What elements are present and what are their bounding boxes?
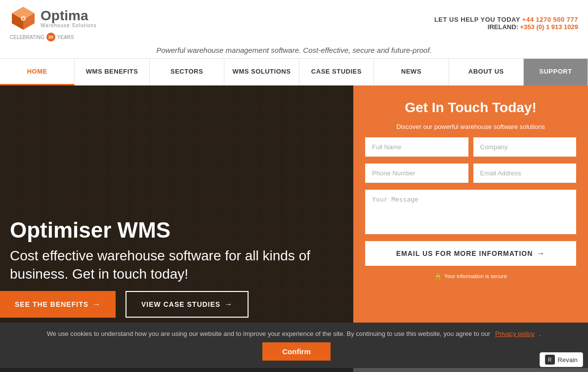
logo-cube-icon: O <box>10 5 37 32</box>
hero-buttons: SEE THE BENEFITS → VIEW CASE STUDIES → <box>0 291 249 318</box>
cookie-suffix: . <box>540 330 542 337</box>
revain-icon: R <box>545 355 555 365</box>
celebrating-text: CELEBRATING 20 YEARS <box>10 33 74 41</box>
logo-name: Optima <box>41 9 97 23</box>
company-input[interactable] <box>473 137 577 157</box>
arrow-icon: → <box>92 300 101 309</box>
email-input[interactable] <box>473 164 577 183</box>
nav-about-us[interactable]: ABOUT US <box>449 59 524 85</box>
phone-uk[interactable]: +44 1270 500 777 <box>522 16 578 23</box>
confirm-button[interactable]: Confirm <box>262 342 331 361</box>
revain-label: Revain <box>558 356 578 364</box>
phone-ireland[interactable]: +353 (0) 1 913 1029 <box>520 23 578 31</box>
see-benefits-button[interactable]: SEE THE BENEFITS → <box>0 291 116 318</box>
logo-text: Optima Warehouse Solutions <box>41 9 97 28</box>
logo-area: O Optima Warehouse Solutions CELEBRATING… <box>10 5 97 41</box>
hero-subtitle: Cost effective warehouse software for al… <box>10 247 343 283</box>
nav-sectors[interactable]: SECTORS <box>150 59 224 85</box>
years-badge: 20 <box>46 33 55 41</box>
hero-overlay <box>0 85 353 323</box>
arrow-icon: → <box>224 300 233 309</box>
view-case-studies-button[interactable]: VIEW CASE STUDIES → <box>126 291 249 318</box>
form-row-1 <box>365 137 576 157</box>
contact-form: Get In Touch Today! Discover our powerfu… <box>353 85 588 323</box>
nav-wms-benefits[interactable]: WMS BENEFITS <box>75 59 149 85</box>
nav-news[interactable]: NEWS <box>374 59 449 85</box>
bottom-left: WAREHOUSE MANAGEMENT SYS <box>0 368 353 372</box>
email-submit-button[interactable]: EMAIL US FOR MORE INFORMATION → <box>365 241 576 266</box>
form-subtitle: Discover our powerful warehouse software… <box>365 123 576 130</box>
tagline: Powerful warehouse management software. … <box>0 44 588 58</box>
cookie-banner: We use cookies to understand how you are… <box>0 323 588 368</box>
secure-note: 🔒 Your information is secure <box>365 273 576 280</box>
hero-title: Optimiser WMS <box>10 218 343 242</box>
contact-line2: IRELAND: +353 (0) 1 913 1029 <box>434 23 578 31</box>
contact-line1: LET US HELP YOU TODAY +44 1270 500 777 <box>434 16 578 23</box>
bottom-section: WAREHOUSE MANAGEMENT SYS <box>0 368 588 372</box>
lock-icon: 🔒 <box>434 273 442 280</box>
nav-wms-solutions[interactable]: WMS SOLUTIONS <box>224 59 299 85</box>
hero-image: Optimiser WMS Cost effective warehouse s… <box>0 85 353 323</box>
svg-text:O: O <box>21 15 26 22</box>
logo-image[interactable]: O Optima Warehouse Solutions <box>10 5 97 32</box>
nav-home[interactable]: HOME <box>0 59 75 85</box>
header: O Optima Warehouse Solutions CELEBRATING… <box>0 0 588 44</box>
main-nav: HOME WMS BENEFITS SECTORS WMS SOLUTIONS … <box>0 58 588 85</box>
message-textarea[interactable] <box>365 190 576 234</box>
phone-input[interactable] <box>365 164 468 183</box>
cookie-text: We use cookies to understand how you are… <box>47 330 490 337</box>
arrow-icon: → <box>537 249 545 258</box>
logo-subtitle: Warehouse Solutions <box>41 23 97 28</box>
nav-case-studies[interactable]: CASE STUDIES <box>299 59 374 85</box>
form-title: Get In Touch Today! <box>365 99 576 116</box>
nav-support[interactable]: SUPPORT <box>524 59 588 85</box>
revain-badge[interactable]: R Revain <box>540 352 583 367</box>
bottom-image <box>353 368 588 372</box>
privacy-policy-link[interactable]: Privacy policy <box>495 330 534 337</box>
full-name-input[interactable] <box>365 137 468 157</box>
hero-section: Optimiser WMS Cost effective warehouse s… <box>0 85 588 323</box>
form-row-2 <box>365 164 576 183</box>
hero-content: Optimiser WMS Cost effective warehouse s… <box>10 218 343 283</box>
header-contact: LET US HELP YOU TODAY +44 1270 500 777 I… <box>434 16 578 31</box>
